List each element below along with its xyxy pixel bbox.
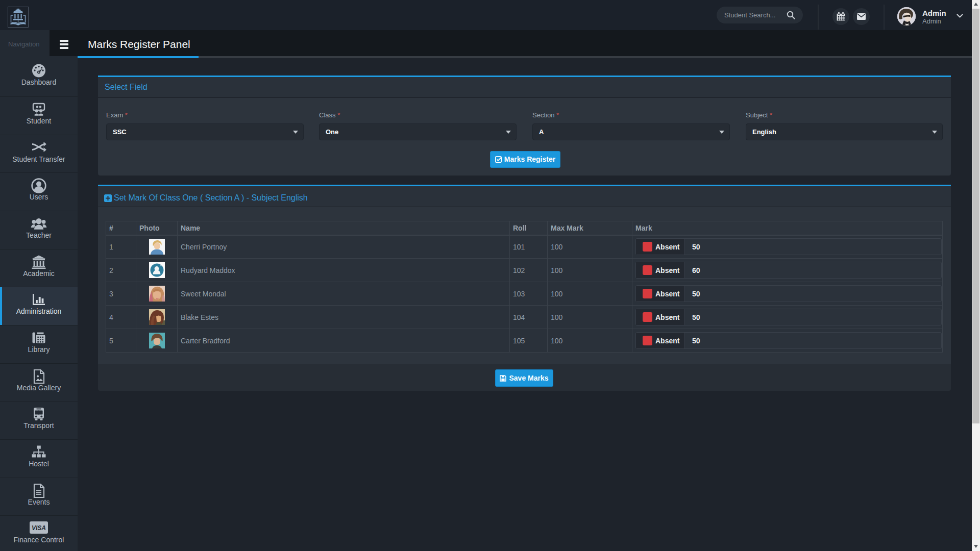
svg-text:VISA: VISA xyxy=(32,524,46,532)
